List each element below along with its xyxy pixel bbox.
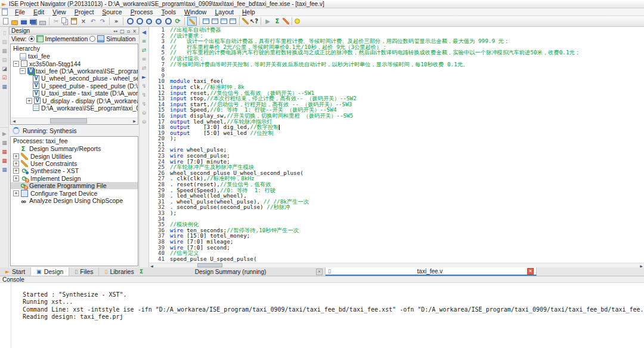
tab-design[interactable]: ▣Design	[31, 267, 69, 276]
toolbar-overflow-icon[interactable]: »	[112, 17, 120, 26]
hierarchy-item[interactable]: D:\A_workarea\ISE_program\taxi_0909\taxi…	[11, 104, 138, 112]
tree-expander-icon[interactable]: −	[13, 61, 19, 67]
rerun-process-icon[interactable]: ▦	[0, 138, 9, 147]
editor-hscrollbar[interactable]: ◀ ▶	[149, 263, 644, 267]
menu-edit[interactable]: Edit	[29, 8, 48, 16]
zoom-out-icon[interactable]	[135, 17, 144, 26]
table-view-icon[interactable]: ▦	[0, 82, 9, 91]
navigate-forward-icon[interactable]: ⊖	[140, 118, 148, 127]
arrange-windows-icon[interactable]	[230, 19, 236, 24]
close-tab-icon[interactable]: ×	[316, 269, 323, 275]
process-item[interactable]: Analyze Design Using ChipScope	[11, 197, 138, 204]
delete-icon[interactable]: ×	[79, 17, 88, 26]
project-settings-icon[interactable]	[242, 18, 249, 24]
zoom-selection-icon[interactable]	[164, 17, 172, 26]
tree-expander-icon[interactable]: −	[20, 68, 26, 74]
process-item[interactable]: +Design Utilities	[11, 152, 138, 159]
redo-icon[interactable]: ↷	[98, 17, 107, 26]
new-source-icon[interactable]: ▯	[0, 29, 9, 38]
tab-libraries[interactable]: ▯Libraries	[99, 267, 140, 276]
menu-file[interactable]: File	[11, 8, 29, 16]
tab-files[interactable]: ▯Files	[69, 267, 99, 276]
new-file-icon[interactable]	[3, 18, 8, 24]
process-item[interactable]: +Synthesize - XST	[11, 167, 138, 174]
close-panel-icon[interactable]: ×	[132, 29, 137, 34]
editor-scroll-right-icon[interactable]: ▶	[639, 263, 644, 267]
save-icon[interactable]	[21, 19, 27, 24]
design-overview-icon[interactable]: ◪	[0, 64, 9, 73]
tile-vertical-icon[interactable]	[221, 19, 227, 24]
process-item[interactable]: Generate Programming File	[11, 182, 138, 189]
reformat-icon[interactable]: ⇄	[140, 64, 148, 73]
hierarchy-item[interactable]: VU_taxi_state - taxi_state (D:\A_workare…	[11, 90, 138, 97]
simulation-radio[interactable]	[89, 36, 95, 42]
next-marker-icon[interactable]: ↯	[140, 82, 148, 91]
copy-icon[interactable]	[61, 17, 66, 23]
process-table-icon[interactable]: ▦	[0, 165, 9, 174]
print-icon[interactable]	[39, 21, 46, 25]
check-syntax-icon[interactable]: ☑	[0, 73, 9, 82]
tree-expander-icon[interactable]: +	[13, 161, 19, 167]
open-file-icon[interactable]	[11, 20, 18, 25]
hierarchy-hscrollbar[interactable]: ◀ ▶	[11, 118, 137, 124]
navigate-back-icon[interactable]: ⊖	[140, 109, 148, 118]
stop-process-icon[interactable]: ▦	[0, 156, 9, 165]
save-all-icon[interactable]	[30, 18, 36, 24]
scroll-right-icon[interactable]: ▶	[132, 118, 137, 124]
menu-project[interactable]: Project	[70, 8, 98, 16]
prev-marker-icon[interactable]: ↯	[140, 91, 148, 100]
process-item[interactable]: +Implement Design	[11, 175, 138, 182]
code-editor[interactable]: 1//出租车自动计费器2//设计要求：3// 设计一个出租车自动计费器，具有行车…	[149, 27, 644, 263]
snapshot-icon[interactable]: ▤	[0, 56, 9, 64]
menu-process[interactable]: Process	[126, 8, 157, 16]
menu-help[interactable]: Help	[238, 8, 259, 16]
zoom-full-view-icon[interactable]	[145, 17, 153, 26]
implement-tool-icon[interactable]	[283, 18, 289, 24]
process-item[interactable]: Design Summary/Reports	[11, 145, 138, 152]
editor-scroll-left-icon[interactable]: ◀	[149, 263, 154, 267]
run-process-strip-icon[interactable]: ▶	[0, 130, 9, 138]
add-source-icon[interactable]: ▤	[0, 38, 9, 47]
menu-tools[interactable]: Tools	[157, 8, 181, 16]
tile-horizontal-icon[interactable]	[212, 19, 218, 24]
rerun-all-icon[interactable]: ▦	[0, 147, 9, 156]
implementation-radio[interactable]	[29, 36, 35, 42]
cut-icon[interactable]: ✂	[52, 17, 60, 26]
tab-start[interactable]: ►Start	[0, 267, 31, 276]
editor-scroll-thumb[interactable]	[197, 263, 222, 267]
design-summary-toolbar-icon[interactable]: Σ	[273, 17, 281, 26]
refresh-view-icon[interactable]	[174, 17, 182, 26]
tree-expander-icon[interactable]: +	[13, 168, 19, 174]
hierarchy-item[interactable]: +VU_display - display (D:\A_workarea\ISE…	[11, 97, 138, 104]
tree-expander-icon[interactable]: +	[13, 175, 19, 181]
menu-view[interactable]: View	[48, 8, 70, 16]
hierarchy-item[interactable]: taxi_fee	[11, 53, 138, 60]
undock-panel-icon[interactable]: ▫	[127, 29, 130, 34]
menu-window[interactable]: Window	[180, 8, 210, 16]
process-item[interactable]: +User Constraints	[11, 160, 138, 167]
bookmark-icon[interactable]: ►	[140, 73, 148, 82]
hierarchy-item[interactable]: VU_wheel_second_pluse - wheel_second_plu…	[11, 75, 138, 82]
indent-icon[interactable]: ⇄	[140, 46, 148, 55]
hierarchy-item[interactable]: −xc3s50an-5tqg144	[11, 60, 138, 67]
menu-source[interactable]: Source	[98, 8, 126, 16]
menu-layout[interactable]: Layout	[210, 8, 238, 16]
close-tab-icon[interactable]: ×	[527, 268, 534, 275]
zoom-box-icon[interactable]	[154, 17, 163, 26]
run-icon[interactable]: ▶	[264, 17, 272, 26]
goto-line-icon[interactable]: ≡	[140, 37, 148, 46]
undo-icon[interactable]: ↶	[89, 17, 97, 26]
hierarchy-scroll-thumb[interactable]	[50, 118, 87, 124]
whats-this-help-icon[interactable]: ↖?	[250, 17, 258, 26]
lightbulb-tip-icon[interactable]	[295, 19, 300, 24]
paste-icon[interactable]	[71, 18, 77, 24]
dock-panel-icon[interactable]: □	[120, 29, 125, 34]
smartxplorer-icon[interactable]	[187, 17, 197, 26]
editor-tab-design-summary-running-[interactable]: ΣDesign Summary (running)×	[137, 267, 326, 276]
collapse-editor-panel-icon[interactable]: ◀	[140, 28, 148, 37]
tree-expander-icon[interactable]: +	[26, 98, 32, 104]
zoom-in-icon[interactable]	[126, 17, 134, 26]
hierarchy-item[interactable]: −Vtaxi_fee (D:\A_workarea\ISE_program\ta…	[11, 67, 138, 75]
cascade-windows-icon[interactable]	[203, 19, 209, 24]
clear-markers-icon[interactable]: ↯	[140, 100, 148, 109]
